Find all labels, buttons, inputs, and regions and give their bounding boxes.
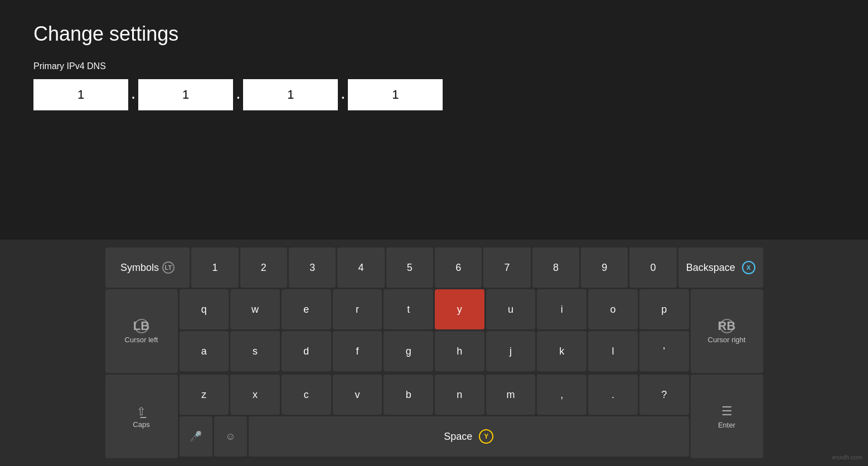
- caps-key[interactable]: ⇧̲ Caps: [105, 375, 178, 458]
- key-2[interactable]: 2: [240, 247, 287, 288]
- key-t[interactable]: t: [384, 289, 433, 329]
- cursor-right-key[interactable]: RB Cursor right: [691, 289, 763, 373]
- keyboard-row-space: 🎤 ☺ Space Y: [180, 416, 689, 457]
- key-comma[interactable]: ,: [537, 375, 586, 415]
- key-1[interactable]: 1: [191, 247, 238, 288]
- key-i[interactable]: i: [537, 289, 586, 329]
- space-key[interactable]: Space Y: [249, 416, 689, 457]
- middle-keys-4-5: z x c v b n m , . ? 🎤 ☺: [180, 375, 689, 458]
- keyboard-rows-2-3: LB Cursor left q w e r t y u i o p: [105, 289, 763, 373]
- top-section: Change settings Primary IPv4 DNS . . .: [0, 0, 868, 240]
- key-l[interactable]: l: [588, 331, 638, 371]
- mic-icon: 🎤: [190, 430, 202, 443]
- enter-label: Enter: [718, 421, 735, 429]
- keyboard-row-numbers: Symbols LT 1 2 3 4 5 6 7 8 9 0 Backspace…: [105, 247, 763, 288]
- backspace-label: Backspace: [686, 262, 735, 274]
- cursor-left-label: Cursor left: [125, 336, 158, 344]
- key-c[interactable]: c: [282, 375, 331, 415]
- key-7[interactable]: 7: [483, 247, 530, 288]
- dns-dot-1: .: [128, 88, 138, 102]
- key-k[interactable]: k: [537, 331, 586, 371]
- caps-label: Caps: [133, 420, 149, 429]
- dns-inputs: . . .: [33, 79, 835, 110]
- caps-icon: ⇧̲: [137, 405, 146, 418]
- key-8[interactable]: 8: [532, 247, 579, 288]
- key-h[interactable]: h: [435, 331, 484, 371]
- x-badge: X: [742, 261, 755, 274]
- key-f[interactable]: f: [333, 331, 382, 371]
- key-d[interactable]: d: [282, 331, 331, 371]
- emoji-key[interactable]: ☺: [214, 416, 247, 457]
- key-p[interactable]: p: [639, 289, 689, 329]
- watermark: wsxdh.com: [832, 454, 862, 460]
- key-w[interactable]: w: [230, 289, 280, 329]
- cursor-right-label: Cursor right: [708, 336, 746, 344]
- key-apostrophe[interactable]: ': [639, 331, 689, 371]
- lb-badge: LB: [134, 319, 149, 333]
- key-6[interactable]: 6: [435, 247, 482, 288]
- keyboard: Symbols LT 1 2 3 4 5 6 7 8 9 0 Backspace…: [105, 247, 763, 458]
- key-9[interactable]: 9: [581, 247, 628, 288]
- rb-badge: RB: [720, 319, 734, 333]
- key-n[interactable]: n: [435, 375, 484, 415]
- keyboard-section: Symbols LT 1 2 3 4 5 6 7 8 9 0 Backspace…: [0, 240, 868, 466]
- key-g[interactable]: g: [384, 331, 433, 371]
- y-badge: Y: [479, 429, 493, 444]
- keyboard-row-qwerty: q w e r t y u i o p: [180, 289, 689, 329]
- keyboard-row-asdf: a s d f g h j k l ': [180, 331, 689, 371]
- key-j[interactable]: j: [486, 331, 536, 371]
- key-r[interactable]: r: [333, 289, 382, 329]
- middle-keys-2-3: q w e r t y u i o p a s d f g: [180, 289, 689, 373]
- dns-octet-3[interactable]: [243, 79, 338, 110]
- key-5[interactable]: 5: [386, 247, 433, 288]
- dns-dot-2: .: [233, 88, 243, 102]
- mic-key[interactable]: 🎤: [180, 416, 212, 457]
- key-u[interactable]: u: [486, 289, 536, 329]
- key-period[interactable]: .: [588, 375, 638, 415]
- dns-dot-3: .: [338, 88, 348, 102]
- key-z[interactable]: z: [180, 375, 229, 415]
- menu-icon: ☰: [721, 404, 733, 419]
- backspace-key[interactable]: Backspace X: [678, 247, 763, 288]
- symbols-key[interactable]: Symbols LT: [105, 247, 190, 288]
- key-b[interactable]: b: [384, 375, 433, 415]
- space-label: Space: [444, 431, 472, 443]
- lt-badge: LT: [162, 261, 174, 274]
- key-v[interactable]: v: [333, 375, 382, 415]
- dns-octet-2[interactable]: [138, 79, 233, 110]
- dns-octet-1[interactable]: [33, 79, 128, 110]
- emoji-icon: ☺: [225, 431, 235, 443]
- enter-key[interactable]: ☰ Enter: [691, 375, 763, 458]
- dns-octet-4[interactable]: [348, 79, 443, 110]
- page-title: Change settings: [33, 22, 835, 46]
- key-x[interactable]: x: [230, 375, 280, 415]
- key-m[interactable]: m: [486, 375, 536, 415]
- key-y[interactable]: y: [435, 289, 484, 329]
- key-question[interactable]: ?: [639, 375, 689, 415]
- cursor-left-key[interactable]: LB Cursor left: [105, 289, 178, 373]
- dns-label: Primary IPv4 DNS: [33, 61, 835, 71]
- keyboard-rows-4-5: ⇧̲ Caps z x c v b n m , . ?: [105, 375, 763, 458]
- symbols-label: Symbols: [120, 262, 159, 274]
- key-4[interactable]: 4: [337, 247, 384, 288]
- key-e[interactable]: e: [282, 289, 331, 329]
- key-0[interactable]: 0: [629, 247, 676, 288]
- key-3[interactable]: 3: [289, 247, 336, 288]
- key-q[interactable]: q: [180, 289, 229, 329]
- key-s[interactable]: s: [230, 331, 280, 371]
- key-o[interactable]: o: [588, 289, 638, 329]
- keyboard-row-zxcv: z x c v b n m , . ?: [180, 375, 689, 415]
- key-a[interactable]: a: [180, 331, 229, 371]
